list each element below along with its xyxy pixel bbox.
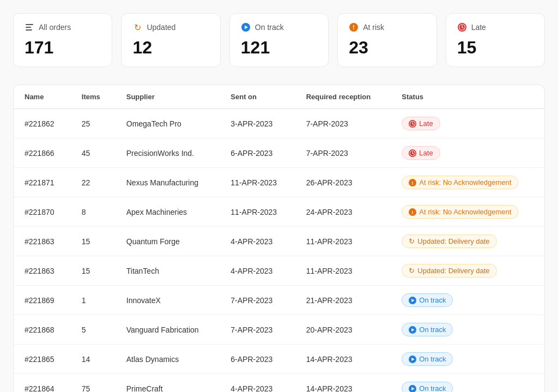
card-on-track-label: On track xyxy=(255,23,284,32)
status-badge-label: Late xyxy=(419,119,433,128)
status-badge: Late xyxy=(402,146,440,160)
table-row[interactable]: #22187122Nexus Manufacturing11-APR-20232… xyxy=(14,168,544,197)
cell-items: 8 xyxy=(71,197,116,227)
status-badge-label: On track xyxy=(419,325,446,334)
status-badge: !At risk: No Acknowledgement xyxy=(402,205,518,219)
table-row[interactable]: #2218691InnovateX7-APR-202321-APR-2023On… xyxy=(14,286,544,315)
cell-sent-on: 11-APR-2023 xyxy=(220,197,295,227)
table-row[interactable]: #22186645PrecisionWorks Ind.6-APR-20237-… xyxy=(14,138,544,168)
status-badge: ↻Updated: Delivery date xyxy=(402,234,496,248)
cell-items: 25 xyxy=(71,109,116,138)
cell-items: 45 xyxy=(71,138,116,168)
cell-items: 22 xyxy=(71,168,116,197)
cell-sent-on: 7-APR-2023 xyxy=(220,315,295,345)
card-all-orders-value: 171 xyxy=(25,38,101,58)
summary-cards: All orders 171 ↻ Updated 12 On track 121 xyxy=(13,13,545,67)
svg-text:!: ! xyxy=(412,209,414,215)
cell-required-reception: 20-APR-2023 xyxy=(295,315,391,345)
cell-status: On track xyxy=(391,374,544,393)
cell-supplier: Quantum Forge xyxy=(116,227,220,256)
card-on-track-value: 121 xyxy=(241,38,317,58)
col-sent-on: Sent on xyxy=(220,85,295,109)
cell-sent-on: 11-APR-2023 xyxy=(220,168,295,197)
cell-name: #221863 xyxy=(14,256,71,286)
orders-table: Name Items Supplier Sent on Required rec… xyxy=(14,85,544,392)
cell-items: 5 xyxy=(71,315,116,345)
cell-supplier: Nexus Manufacturing xyxy=(116,168,220,197)
card-updated[interactable]: ↻ Updated 12 xyxy=(121,13,220,67)
cell-required-reception: 11-APR-2023 xyxy=(295,227,391,256)
card-on-track-header: On track xyxy=(241,22,317,32)
table-row[interactable]: #22186225OmegaTech Pro3-APR-20237-APR-20… xyxy=(14,109,544,138)
cell-supplier: Vanguard Fabrication xyxy=(116,315,220,345)
cell-status: Late xyxy=(391,138,544,168)
col-status: Status xyxy=(391,85,544,109)
cell-name: #221869 xyxy=(14,286,71,315)
cell-sent-on: 7-APR-2023 xyxy=(220,286,295,315)
status-badge: !At risk: No Acknowledgement xyxy=(402,176,518,189)
card-on-track[interactable]: On track 121 xyxy=(229,13,329,67)
cell-supplier: OmegaTech Pro xyxy=(116,109,220,138)
card-at-risk[interactable]: ! At risk 23 xyxy=(337,13,436,67)
cell-supplier: Atlas Dynamics xyxy=(116,345,220,374)
clock-icon xyxy=(457,22,467,32)
cell-name: #221870 xyxy=(14,197,71,227)
table-row[interactable]: #22186475PrimeCraft4-APR-202314-APR-2023… xyxy=(14,374,544,393)
col-name: Name xyxy=(14,85,71,109)
cell-items: 15 xyxy=(71,256,116,286)
cell-status: On track xyxy=(391,315,544,345)
cell-sent-on: 4-APR-2023 xyxy=(220,256,295,286)
table-row[interactable]: #22186315TitanTech4-APR-202311-APR-2023↻… xyxy=(14,256,544,286)
col-required-reception: Required reception xyxy=(295,85,391,109)
col-supplier: Supplier xyxy=(116,85,220,109)
card-updated-value: 12 xyxy=(132,38,209,58)
cell-required-reception: 7-APR-2023 xyxy=(295,109,391,138)
cell-required-reception: 14-APR-2023 xyxy=(295,345,391,374)
cell-items: 1 xyxy=(71,286,116,315)
status-badge-label: At risk: No Acknowledgement xyxy=(419,178,511,186)
status-badge-label: On track xyxy=(419,384,446,392)
cell-status: !At risk: No Acknowledgement xyxy=(391,168,544,197)
table-row[interactable]: #22186514Atlas Dynamics6-APR-202314-APR-… xyxy=(14,345,544,374)
status-badge-label: On track xyxy=(419,296,446,304)
status-badge-label: At risk: No Acknowledgement xyxy=(419,208,511,216)
cell-supplier: InnovateX xyxy=(116,286,220,315)
table-row[interactable]: #2218708Apex Machineries11-APR-202324-AP… xyxy=(14,197,544,227)
cell-name: #221871 xyxy=(14,168,71,197)
card-at-risk-value: 23 xyxy=(349,38,425,58)
card-all-orders[interactable]: All orders 171 xyxy=(13,13,112,67)
refresh-icon: ↻ xyxy=(132,22,142,32)
card-late-label: Late xyxy=(471,23,486,32)
cell-items: 14 xyxy=(71,345,116,374)
cell-supplier: TitanTech xyxy=(116,256,220,286)
cell-name: #221862 xyxy=(14,109,71,138)
cell-required-reception: 21-APR-2023 xyxy=(295,286,391,315)
status-badge-label: Updated: Delivery date xyxy=(417,237,489,245)
cell-name: #221868 xyxy=(14,315,71,345)
warning-icon: ! xyxy=(349,22,359,32)
filter-icon xyxy=(25,22,34,32)
card-updated-label: Updated xyxy=(147,23,175,32)
card-late[interactable]: Late 15 xyxy=(446,13,545,67)
cell-status: On track xyxy=(391,345,544,374)
status-badge: On track xyxy=(402,323,453,336)
status-badge: ↻Updated: Delivery date xyxy=(402,264,496,278)
cell-supplier: PrecisionWorks Ind. xyxy=(116,138,220,168)
orders-table-container: Name Items Supplier Sent on Required rec… xyxy=(13,85,545,392)
status-badge-label: Late xyxy=(419,149,433,157)
cell-status: ↻Updated: Delivery date xyxy=(391,256,544,286)
card-all-orders-header: All orders xyxy=(25,22,101,32)
cell-supplier: Apex Machineries xyxy=(116,197,220,227)
table-row[interactable]: #22186315Quantum Forge4-APR-202311-APR-2… xyxy=(14,227,544,256)
card-updated-header: ↻ Updated xyxy=(132,22,209,32)
status-badge: On track xyxy=(402,352,453,366)
table-row[interactable]: #2218685Vanguard Fabrication7-APR-202320… xyxy=(14,315,544,345)
cell-sent-on: 6-APR-2023 xyxy=(220,138,295,168)
svg-text:!: ! xyxy=(412,180,414,185)
status-badge: On track xyxy=(402,293,453,307)
cell-name: #221863 xyxy=(14,227,71,256)
card-late-header: Late xyxy=(457,22,533,32)
cell-required-reception: 26-APR-2023 xyxy=(295,168,391,197)
cell-items: 75 xyxy=(71,374,116,393)
card-at-risk-header: ! At risk xyxy=(349,22,425,32)
